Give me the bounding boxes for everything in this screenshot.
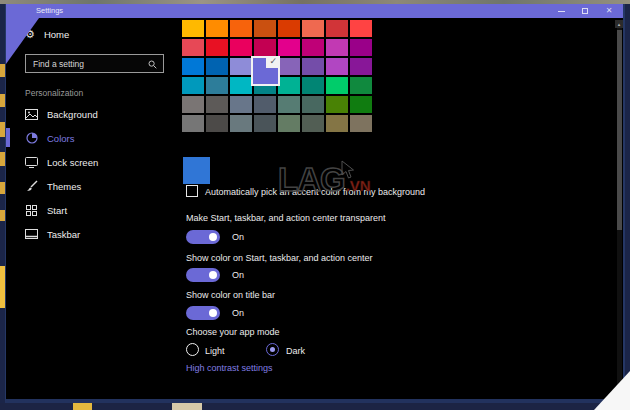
color-tile[interactable] — [302, 115, 324, 132]
monitor-icon — [25, 156, 38, 169]
color-tile[interactable] — [278, 20, 300, 37]
color-tile[interactable] — [326, 58, 348, 75]
color-tile[interactable] — [350, 115, 372, 132]
color-tile[interactable] — [278, 115, 300, 132]
selected-color-tile[interactable]: ✓ — [251, 56, 280, 86]
radio-dark[interactable] — [266, 343, 279, 356]
window-title: Settings — [36, 6, 63, 15]
show-color-titlebar-toggle[interactable] — [186, 306, 220, 320]
toggle-knob — [209, 271, 217, 279]
color-tile[interactable] — [206, 96, 228, 113]
maximize-button[interactable] — [573, 4, 597, 18]
main-panel: ✓ Automatically pick an accent color fro… — [178, 18, 614, 399]
scroll-up-arrow[interactable]: ▴ — [615, 20, 623, 28]
check-icon: ✓ — [269, 56, 277, 66]
color-tile[interactable] — [206, 39, 228, 56]
settings-window: Settings ✕ ⚙ Home Find a setting Persona… — [5, 4, 625, 403]
show-color-start-label: Show color on Start, taskbar, and action… — [186, 253, 373, 263]
watermark: LAG .VN — [278, 166, 371, 194]
sidebar: ⚙ Home Find a setting Personalization Ba… — [6, 18, 178, 399]
color-tile-custom[interactable] — [183, 157, 210, 184]
color-tile[interactable] — [350, 58, 372, 75]
color-tile[interactable] — [302, 96, 324, 113]
color-tile[interactable] — [182, 39, 204, 56]
color-tile[interactable] — [302, 20, 324, 37]
transparency-label: Make Start, taskbar, and action center t… — [186, 213, 386, 223]
color-tile[interactable] — [182, 77, 204, 94]
show-color-titlebar-state: On — [232, 308, 244, 318]
color-tile[interactable] — [326, 77, 348, 94]
color-tile[interactable] — [206, 58, 228, 75]
sidebar-item-colors[interactable]: Colors — [6, 126, 178, 150]
search-input[interactable]: Find a setting — [25, 54, 164, 73]
palette-icon — [25, 132, 38, 145]
color-tile[interactable] — [254, 20, 276, 37]
maximize-icon — [582, 8, 588, 14]
minimize-button[interactable] — [549, 4, 573, 18]
taskbar-icon — [25, 228, 38, 241]
color-tile[interactable] — [326, 20, 348, 37]
auto-accent-checkbox[interactable] — [186, 185, 198, 197]
color-tile[interactable] — [302, 39, 324, 56]
wallpaper-right-strip — [625, 4, 630, 403]
color-tile[interactable] — [278, 58, 300, 75]
color-tile[interactable] — [254, 39, 276, 56]
title-bar[interactable]: Settings ✕ — [6, 4, 623, 18]
color-tile[interactable] — [350, 77, 372, 94]
start-grid-icon — [25, 204, 38, 217]
color-tile[interactable] — [182, 20, 204, 37]
color-tile[interactable] — [230, 115, 252, 132]
color-tile[interactable] — [350, 20, 372, 37]
sidebar-item-taskbar[interactable]: Taskbar — [6, 222, 178, 246]
watermark-text: LAG — [278, 166, 345, 194]
color-tile[interactable] — [182, 58, 204, 75]
selected-item-indicator — [6, 128, 10, 147]
search-icon — [148, 55, 157, 73]
high-contrast-link[interactable]: High contrast settings — [186, 363, 273, 373]
color-tile[interactable] — [230, 20, 252, 37]
color-tile[interactable] — [278, 96, 300, 113]
search-placeholder: Find a setting — [26, 59, 148, 69]
color-tile[interactable] — [254, 96, 276, 113]
home-label: Home — [44, 29, 69, 40]
color-tile[interactable] — [230, 77, 252, 94]
show-color-titlebar-label: Show color on title bar — [186, 290, 275, 300]
color-tile[interactable] — [350, 39, 372, 56]
color-tile[interactable] — [230, 96, 252, 113]
brush-icon — [25, 180, 38, 193]
color-tile[interactable] — [230, 39, 252, 56]
color-tile[interactable] — [326, 39, 348, 56]
scrollbar-thumb[interactable] — [617, 30, 622, 230]
color-tile[interactable] — [206, 77, 228, 94]
sidebar-item-themes[interactable]: Themes — [6, 174, 178, 198]
color-tile[interactable] — [278, 77, 300, 94]
sidebar-item-home[interactable]: ⚙ Home — [25, 29, 69, 40]
image-icon — [25, 108, 38, 121]
sidebar-item-start[interactable]: Start — [6, 198, 178, 222]
show-color-start-state: On — [232, 270, 244, 280]
color-tile[interactable] — [206, 115, 228, 132]
show-color-start-toggle[interactable] — [186, 268, 220, 282]
cursor-icon — [340, 160, 356, 184]
sidebar-item-lock-screen[interactable]: Lock screen — [6, 150, 178, 174]
sidebar-items: BackgroundColorsLock screenThemesStartTa… — [6, 102, 178, 246]
color-tile[interactable] — [254, 115, 276, 132]
color-tile[interactable] — [182, 115, 204, 132]
transparency-state: On — [232, 232, 244, 242]
color-tile[interactable] — [206, 20, 228, 37]
minimize-icon — [558, 11, 565, 12]
app-mode-label: Choose your app mode — [186, 327, 280, 337]
color-tile[interactable] — [302, 77, 324, 94]
color-tile[interactable] — [278, 39, 300, 56]
color-tile[interactable] — [326, 96, 348, 113]
color-tile[interactable] — [326, 115, 348, 132]
color-tile[interactable] — [182, 96, 204, 113]
radio-light[interactable] — [186, 343, 199, 356]
desktop-taskbar-strip — [0, 403, 630, 410]
close-button[interactable]: ✕ — [597, 4, 621, 18]
transparency-toggle[interactable] — [186, 230, 220, 244]
sidebar-item-background[interactable]: Background — [6, 102, 178, 126]
color-tile[interactable] — [350, 96, 372, 113]
color-tile[interactable] — [230, 58, 252, 75]
color-tile[interactable] — [302, 58, 324, 75]
